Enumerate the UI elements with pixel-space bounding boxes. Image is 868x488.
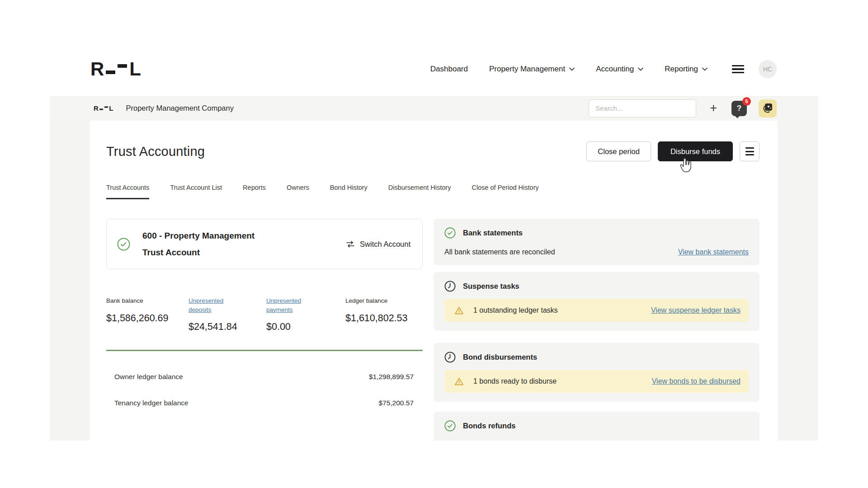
org-logo-letter-l: L (109, 105, 113, 112)
chevron-down-icon (638, 67, 643, 71)
switch-account-label: Switch Account (360, 240, 410, 249)
balance-summary: Bank balance $1,586,260.69 Unpresented d… (106, 296, 423, 333)
card-title: Bonds refunds (463, 422, 515, 430)
ledger-balance-value: $1,610,802.53 (345, 313, 423, 324)
org-bar-tools: + ? 5 (589, 99, 777, 117)
tab-close-of-period-history[interactable]: Close of Period History (472, 184, 538, 199)
card-message: 1 outstanding ledger tasks (473, 306, 558, 314)
nav-item-label: Accounting (596, 65, 634, 74)
content-panel: Trust Accounting Close period Disburse f… (90, 121, 778, 441)
app-body: Trust Accounting Close period Disburse f… (50, 121, 818, 441)
tab-owners[interactable]: Owners (287, 184, 309, 199)
chevron-down-icon (569, 67, 575, 71)
warning-triangle-icon (454, 377, 464, 386)
nav-item-label: Property Management (489, 65, 565, 74)
top-nav: R L Dashboard Property Management Accoun… (90, 52, 777, 86)
clock-icon (444, 352, 456, 363)
warning-row: 1 outstanding ledger tasks View suspense… (444, 299, 749, 322)
org-logo-letter-r: R (94, 105, 99, 112)
owner-ledger-row: Owner ledger balance $1,298,899.57 (106, 373, 423, 381)
ledger-balance-column: Ledger balance $1,610,802.53 (345, 296, 423, 333)
account-card: 600 - Property Management Trust Account … (106, 219, 423, 269)
page-header: Trust Accounting Close period Disburse f… (106, 141, 760, 161)
trust-account-summary: 600 - Property Management Trust Account … (106, 219, 423, 407)
warning-triangle-icon (454, 306, 464, 315)
unpresented-payments-value: $0.00 (266, 321, 345, 333)
tenancy-ledger-value: $75,200.57 (378, 399, 414, 407)
nav-item-label: Dashboard (430, 65, 468, 74)
org-logo: R L (94, 105, 113, 112)
logo-letter-r: R (90, 60, 104, 79)
tab-bar: Trust Accounts Trust Account List Report… (106, 184, 760, 199)
disburse-funds-button[interactable]: Disburse funds (658, 141, 733, 161)
logo-dash-high (118, 64, 127, 68)
tenancy-ledger-label: Tenancy ledger balance (114, 399, 189, 407)
nav-item-label: Reporting (665, 65, 698, 74)
org-logo-dash-low (99, 109, 103, 110)
more-actions-button[interactable] (740, 141, 760, 161)
unpresented-payments-link[interactable]: Unpresented payments (266, 296, 311, 314)
bonds-refunds-card: Bonds refunds (434, 412, 760, 441)
ledger-balance-rows: Owner ledger balance $1,298,899.57 Tenan… (106, 373, 423, 407)
nav-item-dashboard[interactable]: Dashboard (430, 65, 468, 74)
suspense-tasks-card: Suspense tasks 1 outstanding ledger task… (434, 272, 760, 331)
warning-row: 1 bonds ready to disburse View bonds to … (444, 370, 749, 393)
view-bonds-to-be-disbursed-link[interactable]: View bonds to be disbursed (652, 377, 741, 385)
owner-ledger-value: $1,298,899.57 (369, 373, 414, 381)
check-circle-icon (444, 420, 456, 432)
add-button[interactable]: + (710, 102, 717, 114)
main-menu-icon[interactable] (732, 65, 744, 74)
ai-assistant-button[interactable] (759, 99, 777, 117)
unpresented-payments-column: Unpresented payments $0.00 (266, 296, 345, 333)
page-actions: Close period Disburse funds (586, 141, 760, 161)
clock-icon (444, 281, 456, 292)
org-logo-dash-high (104, 107, 108, 108)
help-button[interactable]: ? 5 (731, 101, 747, 116)
tab-trust-accounts[interactable]: Trust Accounts (106, 184, 149, 199)
owner-ledger-label: Owner ledger balance (114, 373, 183, 381)
card-title: Bond disbursements (463, 353, 537, 361)
card-message: 1 bonds ready to disburse (473, 377, 557, 385)
brand-logo[interactable]: R L (90, 60, 141, 79)
company-name: Property Management Company (126, 104, 234, 113)
account-name-line1: 600 - Property Management (142, 227, 255, 244)
status-cards: Bank statements All bank statements are … (434, 219, 760, 441)
avatar[interactable]: HC (759, 60, 777, 78)
logo-letter-l: L (129, 60, 141, 79)
bond-disbursements-card: Bond disbursements 1 bonds ready to disb… (434, 343, 760, 402)
page-title: Trust Accounting (106, 144, 205, 159)
card-title: Suspense tasks (463, 282, 519, 291)
account-name: 600 - Property Management Trust Account (142, 227, 255, 261)
switch-arrows-icon (346, 241, 355, 248)
tab-bond-history[interactable]: Bond History (330, 184, 368, 199)
top-nav-items: Dashboard Property Management Accounting… (430, 65, 708, 74)
unpresented-deposits-link[interactable]: Unpresented deposits (189, 296, 234, 314)
view-bank-statements-link[interactable]: View bank statements (678, 248, 749, 256)
logo-dash-low (106, 70, 115, 74)
tab-trust-account-list[interactable]: Trust Account List (170, 184, 222, 199)
card-message: All bank statements are reconciled (444, 248, 555, 256)
app-canvas: R L Dashboard Property Management Accoun… (0, 0, 868, 488)
view-suspense-ledger-tasks-link[interactable]: View suspense ledger tasks (651, 306, 741, 314)
nav-item-accounting[interactable]: Accounting (596, 65, 643, 74)
ai-assistant-icon (762, 102, 774, 114)
org-bar: R L Property Management Company + ? 5 (50, 96, 818, 121)
unpresented-deposits-column: Unpresented deposits $24,541.84 (189, 296, 266, 333)
unpresented-deposits-value: $24,541.84 (189, 321, 266, 333)
check-circle-icon (117, 238, 130, 251)
card-title: Bank statements (463, 229, 523, 237)
divider (106, 350, 423, 351)
chevron-down-icon (702, 67, 708, 71)
bank-balance-column: Bank balance $1,586,260.69 (106, 296, 189, 333)
bank-statements-card: Bank statements All bank statements are … (434, 219, 760, 265)
nav-item-property-management[interactable]: Property Management (489, 65, 575, 74)
tab-disbursement-history[interactable]: Disbursement History (388, 184, 451, 199)
switch-account-button[interactable]: Switch Account (346, 240, 410, 249)
tenancy-ledger-row: Tenancy ledger balance $75,200.57 (106, 399, 423, 407)
notification-badge: 5 (742, 97, 751, 106)
close-period-button[interactable]: Close period (586, 141, 651, 161)
search-input[interactable] (589, 99, 696, 117)
account-name-line2: Trust Account (142, 244, 255, 261)
nav-item-reporting[interactable]: Reporting (665, 65, 708, 74)
tab-reports[interactable]: Reports (243, 184, 266, 199)
